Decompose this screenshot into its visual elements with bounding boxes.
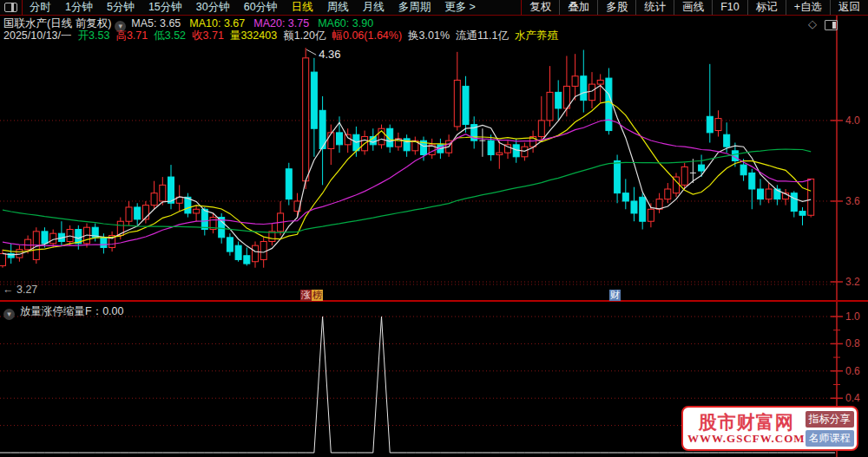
menu-item-F10[interactable]: F10 (712, 0, 747, 15)
menu-item-标记[interactable]: 标记 (747, 0, 786, 15)
menu-item-周线[interactable]: 周线 (320, 0, 356, 15)
menu-item-复权[interactable]: 复权 (522, 0, 559, 15)
stat-item: 高3.71 (115, 29, 148, 42)
indicator-axis-label: 0.4 (845, 392, 860, 404)
indicator-header: ▾放量涨停缩量F：0.00 (3, 304, 123, 320)
event-badge-char: 涨 (300, 290, 312, 301)
low-price-label: ← 3.27 (3, 284, 37, 296)
watermark-site-name: 股市财富网 (687, 412, 806, 432)
indicator-panel: 1.00.80.60.4 ▾放量涨停缩量F：0.00 股市财富网 WWW.GSC… (0, 302, 868, 457)
menu-item-分时[interactable]: 分时 (23, 0, 58, 15)
split-panel-icon[interactable] (825, 20, 838, 30)
watermark-box: 股市财富网 WWW.GSCFW.COM 指标分享 名师课程 (681, 406, 858, 451)
menu-item-多股[interactable]: 多股 (597, 0, 635, 15)
menu-item-叠加[interactable]: 叠加 (559, 0, 597, 15)
menu-item-60分钟[interactable]: 60分钟 (237, 0, 285, 15)
menu-item-返回[interactable]: 返回 (830, 0, 868, 15)
price-axis-label: 4.0 (845, 114, 860, 127)
ma-value-label: MA5: 3.65 (131, 17, 181, 29)
top-menu-bar: 分时1分钟5分钟15分钟30分钟60分钟日线周线月线多周期更多 > 复权叠加多股… (0, 0, 868, 16)
window-layout-icon[interactable] (4, 3, 17, 12)
chevron-down-icon[interactable]: ▾ (3, 309, 15, 320)
candlestick-chart[interactable]: 4.03.63.24.36← 3.27 (0, 16, 868, 300)
stat-item: 量332403 (230, 29, 277, 42)
stat-item: 开3.53 (78, 29, 110, 42)
main-chart-panel: 4.03.63.24.36← 3.27 国联水产(日线 前复权)▾MA5: 3.… (0, 16, 868, 302)
event-badge[interactable]: 财 (609, 290, 621, 301)
ma-value-label: MA60: 3.90 (318, 17, 373, 29)
watermark-badge-2: 名师课程 (806, 430, 854, 447)
watermark-text: 股市财富网 WWW.GSCFW.COM (687, 412, 806, 446)
stat-item: 额1.20亿 (283, 29, 326, 42)
period-menu: 分时1分钟5分钟15分钟30分钟60分钟日线周线月线多周期更多 > (23, 0, 483, 15)
menu-item-多周期[interactable]: 多周期 (391, 0, 438, 15)
event-badge-char: 财 (609, 290, 621, 301)
indicator-axis-label: 0.6 (845, 365, 860, 377)
menu-item-更多 >[interactable]: 更多 > (437, 0, 483, 15)
stat-item: 幅0.06(1.64%) (332, 29, 402, 42)
stat-item[interactable]: 水产养殖 (515, 29, 558, 42)
indicator-axis-label: 1.0 (845, 310, 860, 323)
stat-item: 低3.52 (154, 29, 186, 42)
event-badge-char: 榜 (312, 290, 323, 301)
high-price-label: 4.36 (319, 48, 340, 61)
watermark-badges: 指标分享 名师课程 (806, 411, 854, 447)
indicator-value: 0.00 (102, 305, 123, 317)
watermark-site-url: WWW.GSCFW.COM (687, 432, 806, 446)
stat-item: 流通11.1亿 (456, 29, 509, 42)
tools-menu: 复权叠加多股统计画线F10标记+自选返回 (521, 0, 868, 15)
menu-item-15分钟[interactable]: 15分钟 (141, 0, 189, 15)
trading-app-window: 分时1分钟5分钟15分钟30分钟60分钟日线周线月线多周期更多 > 复权叠加多股… (0, 0, 868, 457)
menu-item-月线[interactable]: 月线 (356, 0, 391, 15)
menu-item-30分钟[interactable]: 30分钟 (189, 0, 237, 15)
watermark-badge-1: 指标分享 (806, 411, 854, 428)
stat-item: 收3.71 (192, 29, 224, 42)
event-badge[interactable]: 涨榜 (300, 290, 323, 301)
price-axis-label: 3.2 (845, 276, 860, 288)
menu-item-5分钟[interactable]: 5分钟 (100, 0, 141, 15)
menu-item-日线[interactable]: 日线 (285, 0, 320, 15)
indicator-name: 放量涨停缩量F (20, 305, 92, 317)
stat-item: 2025/10/13/一 (3, 29, 72, 42)
stat-item: 换3.01% (408, 29, 450, 42)
menu-item-1分钟[interactable]: 1分钟 (58, 0, 100, 15)
diamond-tool-icon[interactable]: ◇ (808, 17, 817, 30)
menu-item-统计[interactable]: 统计 (635, 0, 674, 15)
ma-values: MA5: 3.65MA10: 3.67MA20: 3.75MA60: 3.90 (131, 17, 382, 29)
menu-item-+自选[interactable]: +自选 (786, 0, 830, 15)
ma-value-label: MA20: 3.75 (253, 17, 309, 29)
stock-title: 国联水产(日线 前复权) (3, 17, 111, 29)
ma-value-label: MA10: 3.67 (189, 17, 245, 29)
stats-row: 2025/10/13/一开3.53高3.71低3.52收3.71量332403额… (3, 29, 564, 43)
indicator-separator: ： (92, 305, 103, 317)
price-axis-label: 3.6 (845, 195, 860, 207)
menu-item-画线[interactable]: 画线 (674, 0, 712, 15)
indicator-axis-label: 0.8 (845, 337, 860, 349)
